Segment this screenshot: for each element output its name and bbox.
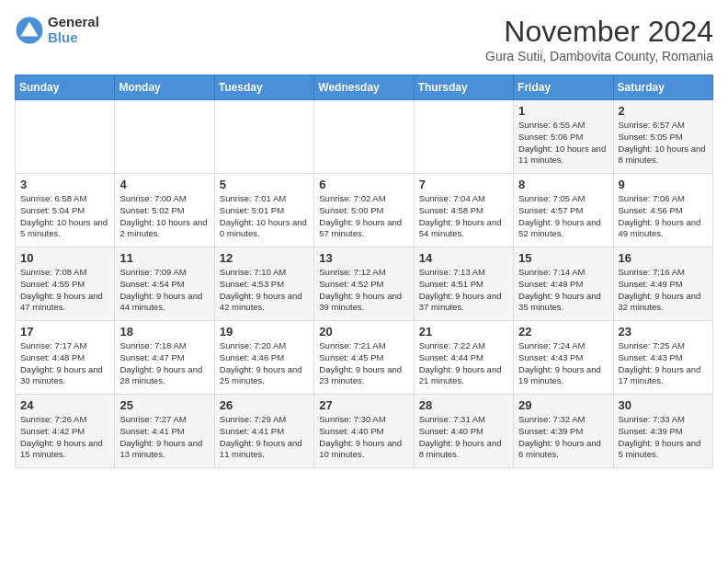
- logo-general-text: General: [48, 15, 99, 30]
- day-info: Sunrise: 7:12 AM Sunset: 4:52 PM Dayligh…: [319, 267, 408, 314]
- day-info: Sunrise: 7:20 AM Sunset: 4:46 PM Dayligh…: [220, 340, 309, 387]
- day-number: 8: [518, 178, 608, 191]
- day-number: 27: [319, 398, 408, 412]
- title-area: November 2024 Gura Sutii, Dambovita Coun…: [485, 15, 713, 63]
- day-info: Sunrise: 7:05 AM Sunset: 4:57 PM Dayligh…: [518, 193, 608, 240]
- calendar-cell: 25Sunrise: 7:27 AM Sunset: 4:41 PM Dayli…: [115, 395, 214, 468]
- day-info: Sunrise: 7:29 AM Sunset: 4:41 PM Dayligh…: [220, 414, 309, 461]
- day-info: Sunrise: 7:26 AM Sunset: 4:42 PM Dayligh…: [20, 414, 109, 461]
- calendar-cell: 15Sunrise: 7:14 AM Sunset: 4:49 PM Dayli…: [514, 247, 613, 321]
- calendar-cell: 11Sunrise: 7:09 AM Sunset: 4:54 PM Dayli…: [115, 247, 214, 321]
- day-number: 3: [20, 178, 109, 191]
- day-info: Sunrise: 6:55 AM Sunset: 5:06 PM Dayligh…: [518, 120, 608, 167]
- week-row-4: 17Sunrise: 7:17 AM Sunset: 4:48 PM Dayli…: [16, 321, 713, 395]
- col-saturday: Saturday: [613, 75, 712, 100]
- calendar-cell: 17Sunrise: 7:17 AM Sunset: 4:48 PM Dayli…: [16, 321, 115, 395]
- day-number: 23: [619, 325, 708, 339]
- calendar-cell: 23Sunrise: 7:25 AM Sunset: 4:43 PM Dayli…: [613, 321, 712, 395]
- calendar-cell: 10Sunrise: 7:08 AM Sunset: 4:55 PM Dayli…: [16, 247, 115, 321]
- calendar-cell: 9Sunrise: 7:06 AM Sunset: 4:56 PM Daylig…: [613, 174, 712, 247]
- day-number: 4: [119, 178, 209, 191]
- calendar-cell: 1Sunrise: 6:55 AM Sunset: 5:06 PM Daylig…: [514, 100, 613, 174]
- col-wednesday: Wednesday: [314, 75, 414, 100]
- calendar-cell: 20Sunrise: 7:21 AM Sunset: 4:45 PM Dayli…: [314, 321, 414, 395]
- calendar-table: Sunday Monday Tuesday Wednesday Thursday…: [15, 75, 713, 468]
- day-number: 22: [518, 325, 608, 339]
- week-row-3: 10Sunrise: 7:08 AM Sunset: 4:55 PM Dayli…: [16, 247, 713, 321]
- calendar-cell: 4Sunrise: 7:00 AM Sunset: 5:02 PM Daylig…: [115, 174, 214, 247]
- calendar-cell: 5Sunrise: 7:01 AM Sunset: 5:01 PM Daylig…: [214, 174, 313, 247]
- day-number: 2: [619, 104, 708, 118]
- day-number: 28: [419, 398, 508, 412]
- day-number: 7: [419, 178, 508, 191]
- day-number: 25: [119, 398, 209, 412]
- day-info: Sunrise: 7:16 AM Sunset: 4:49 PM Dayligh…: [619, 267, 708, 314]
- day-number: 21: [419, 325, 508, 339]
- day-info: Sunrise: 7:06 AM Sunset: 4:56 PM Dayligh…: [619, 193, 708, 240]
- day-number: 11: [119, 251, 209, 265]
- day-number: 29: [518, 398, 608, 412]
- day-number: 18: [119, 325, 209, 339]
- day-info: Sunrise: 7:18 AM Sunset: 4:47 PM Dayligh…: [119, 340, 209, 387]
- day-info: Sunrise: 7:13 AM Sunset: 4:51 PM Dayligh…: [419, 267, 508, 314]
- day-info: Sunrise: 7:17 AM Sunset: 4:48 PM Dayligh…: [20, 340, 109, 387]
- calendar-cell: 14Sunrise: 7:13 AM Sunset: 4:51 PM Dayli…: [414, 247, 513, 321]
- calendar-cell: 3Sunrise: 6:58 AM Sunset: 5:04 PM Daylig…: [16, 174, 115, 247]
- week-row-5: 24Sunrise: 7:26 AM Sunset: 4:42 PM Dayli…: [16, 395, 713, 468]
- calendar-cell: [16, 100, 115, 174]
- calendar-cell: 12Sunrise: 7:10 AM Sunset: 4:53 PM Dayli…: [214, 247, 313, 321]
- day-number: 20: [319, 325, 408, 339]
- day-info: Sunrise: 7:22 AM Sunset: 4:44 PM Dayligh…: [419, 340, 508, 387]
- day-info: Sunrise: 7:24 AM Sunset: 4:43 PM Dayligh…: [518, 340, 608, 387]
- logo-blue-text: Blue: [48, 30, 99, 46]
- week-row-1: 1Sunrise: 6:55 AM Sunset: 5:06 PM Daylig…: [16, 100, 713, 174]
- calendar-cell: [414, 100, 513, 174]
- col-friday: Friday: [514, 75, 613, 100]
- day-info: Sunrise: 7:27 AM Sunset: 4:41 PM Dayligh…: [119, 414, 209, 461]
- calendar-cell: 27Sunrise: 7:30 AM Sunset: 4:40 PM Dayli…: [314, 395, 414, 468]
- location-subtitle: Gura Sutii, Dambovita County, Romania: [485, 49, 713, 63]
- day-info: Sunrise: 7:09 AM Sunset: 4:54 PM Dayligh…: [119, 267, 209, 314]
- calendar-cell: 26Sunrise: 7:29 AM Sunset: 4:41 PM Dayli…: [214, 395, 313, 468]
- day-number: 1: [518, 104, 608, 118]
- day-info: Sunrise: 7:04 AM Sunset: 4:58 PM Dayligh…: [419, 193, 508, 240]
- calendar-cell: [314, 100, 414, 174]
- day-info: Sunrise: 7:14 AM Sunset: 4:49 PM Dayligh…: [518, 267, 608, 314]
- day-number: 12: [220, 251, 309, 265]
- day-number: 19: [220, 325, 309, 339]
- day-number: 6: [319, 178, 408, 191]
- calendar-cell: [115, 100, 214, 174]
- calendar-cell: 22Sunrise: 7:24 AM Sunset: 4:43 PM Dayli…: [514, 321, 613, 395]
- day-number: 24: [20, 398, 109, 412]
- header-row: Sunday Monday Tuesday Wednesday Thursday…: [16, 75, 713, 100]
- day-number: 17: [20, 325, 109, 339]
- day-number: 13: [319, 251, 408, 265]
- day-info: Sunrise: 7:30 AM Sunset: 4:40 PM Dayligh…: [319, 414, 408, 461]
- logo: General Blue: [15, 15, 99, 45]
- day-info: Sunrise: 7:32 AM Sunset: 4:39 PM Dayligh…: [518, 414, 608, 461]
- calendar-cell: 28Sunrise: 7:31 AM Sunset: 4:40 PM Dayli…: [414, 395, 513, 468]
- day-number: 14: [419, 251, 508, 265]
- calendar-cell: 13Sunrise: 7:12 AM Sunset: 4:52 PM Dayli…: [314, 247, 414, 321]
- day-info: Sunrise: 7:33 AM Sunset: 4:39 PM Dayligh…: [619, 414, 708, 461]
- day-info: Sunrise: 7:00 AM Sunset: 5:02 PM Dayligh…: [119, 193, 209, 240]
- day-info: Sunrise: 6:57 AM Sunset: 5:05 PM Dayligh…: [619, 120, 708, 167]
- day-number: 5: [220, 178, 309, 191]
- header: General Blue November 2024 Gura Sutii, D…: [15, 15, 713, 63]
- day-number: 10: [20, 251, 109, 265]
- day-info: Sunrise: 7:10 AM Sunset: 4:53 PM Dayligh…: [220, 267, 309, 314]
- day-number: 9: [619, 178, 708, 191]
- calendar-cell: [214, 100, 313, 174]
- day-info: Sunrise: 7:08 AM Sunset: 4:55 PM Dayligh…: [20, 267, 109, 314]
- calendar-cell: 19Sunrise: 7:20 AM Sunset: 4:46 PM Dayli…: [214, 321, 313, 395]
- day-number: 30: [619, 398, 708, 412]
- day-number: 16: [619, 251, 708, 265]
- calendar-cell: 21Sunrise: 7:22 AM Sunset: 4:44 PM Dayli…: [414, 321, 513, 395]
- col-thursday: Thursday: [414, 75, 513, 100]
- day-number: 26: [220, 398, 309, 412]
- calendar-cell: 24Sunrise: 7:26 AM Sunset: 4:42 PM Dayli…: [16, 395, 115, 468]
- calendar-cell: 30Sunrise: 7:33 AM Sunset: 4:39 PM Dayli…: [613, 395, 712, 468]
- calendar-cell: 2Sunrise: 6:57 AM Sunset: 5:05 PM Daylig…: [613, 100, 712, 174]
- day-info: Sunrise: 7:21 AM Sunset: 4:45 PM Dayligh…: [319, 340, 408, 387]
- calendar-cell: 18Sunrise: 7:18 AM Sunset: 4:47 PM Dayli…: [115, 321, 214, 395]
